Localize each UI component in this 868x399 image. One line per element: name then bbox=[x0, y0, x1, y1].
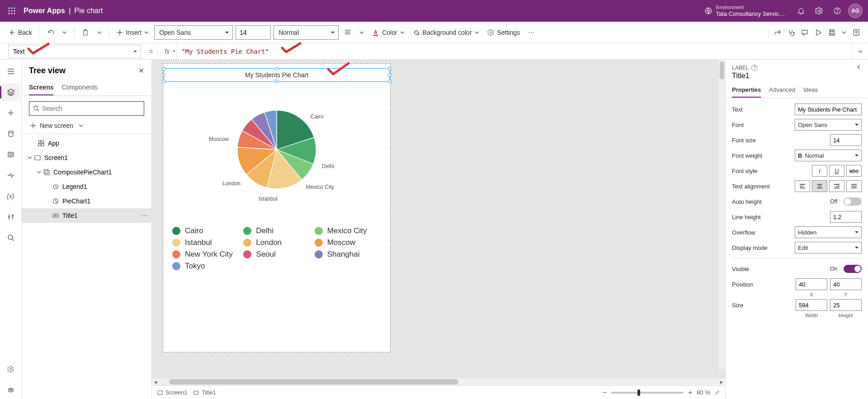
prop-y-input[interactable] bbox=[830, 278, 862, 290]
resize-handle[interactable] bbox=[388, 73, 392, 77]
visible-toggle[interactable] bbox=[844, 265, 862, 273]
fontweight-select[interactable]: Normal bbox=[274, 25, 339, 40]
selected-control[interactable]: My Students Pie Chart bbox=[163, 68, 390, 82]
more-button[interactable]: ⋯ bbox=[525, 25, 538, 40]
paste-dropdown[interactable] bbox=[94, 25, 104, 40]
legend-item[interactable]: London bbox=[243, 238, 310, 247]
legend-item[interactable]: Istanbul bbox=[172, 238, 239, 247]
page-name-label[interactable]: Pie chart bbox=[74, 7, 103, 15]
prop-x-input[interactable] bbox=[796, 278, 827, 290]
user-avatar[interactable]: AG bbox=[846, 2, 864, 20]
tab-advanced[interactable]: Advanced bbox=[769, 84, 795, 98]
breadcrumb-screen[interactable]: Screen1 bbox=[157, 389, 187, 396]
preview-button[interactable] bbox=[812, 25, 825, 40]
resize-handle[interactable] bbox=[162, 67, 165, 70]
insert-button[interactable]: Insert bbox=[114, 25, 151, 40]
legend-item[interactable]: Seoul bbox=[243, 250, 310, 259]
property-selector[interactable]: Text bbox=[8, 45, 141, 58]
tree-item-app[interactable]: App bbox=[22, 136, 151, 150]
checker-button[interactable] bbox=[785, 25, 797, 40]
legend-item[interactable]: Shanghai bbox=[315, 250, 381, 259]
prop-height-input[interactable] bbox=[830, 299, 862, 311]
resize-handle[interactable] bbox=[388, 67, 392, 70]
chevron-down-icon[interactable] bbox=[26, 155, 33, 160]
tree-item-piechart[interactable]: PieChart1 bbox=[22, 194, 151, 208]
settings-icon[interactable] bbox=[810, 2, 828, 20]
breadcrumb-title[interactable]: Title1 bbox=[193, 389, 216, 396]
tree-search[interactable] bbox=[29, 101, 144, 116]
legend-item[interactable]: New York City bbox=[172, 250, 239, 259]
close-panel-button[interactable]: ✕ bbox=[138, 66, 144, 75]
legend-item[interactable]: Delhi bbox=[243, 226, 310, 235]
prop-font-select[interactable]: Open Sans bbox=[795, 119, 862, 131]
tree-item-composite[interactable]: CompositePieChart1 bbox=[22, 165, 151, 179]
prop-fontweight-select[interactable]: BNormal bbox=[795, 150, 862, 161]
fit-button[interactable]: ⤢ bbox=[715, 389, 720, 396]
resize-handle[interactable] bbox=[388, 80, 392, 83]
resize-handle[interactable] bbox=[275, 80, 278, 83]
rail-media[interactable] bbox=[2, 146, 20, 164]
align-button[interactable] bbox=[341, 25, 354, 40]
align-dropdown[interactable] bbox=[357, 25, 367, 40]
bgcolor-button[interactable]: Background color bbox=[410, 25, 482, 40]
formula-input[interactable] bbox=[176, 43, 852, 59]
rail-insert[interactable] bbox=[2, 104, 20, 122]
rail-flows[interactable] bbox=[2, 166, 20, 184]
font-select[interactable]: Open Sans bbox=[154, 25, 233, 40]
align-left-button[interactable] bbox=[795, 180, 810, 192]
prop-text-input[interactable] bbox=[795, 103, 862, 115]
resize-handle[interactable] bbox=[162, 73, 165, 77]
align-right-button[interactable] bbox=[829, 180, 844, 192]
comments-button[interactable] bbox=[798, 25, 811, 40]
rail-variables[interactable]: (x) bbox=[2, 187, 20, 205]
formula-expand-button[interactable] bbox=[852, 43, 868, 59]
info-icon[interactable]: ? bbox=[751, 65, 758, 71]
prop-fontsize-input[interactable] bbox=[830, 134, 862, 146]
undo-button[interactable] bbox=[44, 25, 57, 40]
expand-panel-icon[interactable] bbox=[856, 64, 862, 71]
back-button[interactable]: Back bbox=[5, 25, 35, 40]
scroll-left-icon[interactable]: ◄ bbox=[152, 378, 159, 385]
rail-search[interactable] bbox=[2, 229, 20, 247]
underline-button[interactable]: U bbox=[829, 165, 844, 177]
legend-item[interactable]: Tokyo bbox=[172, 262, 239, 271]
new-screen-button[interactable]: New screen bbox=[22, 119, 151, 132]
save-dropdown[interactable] bbox=[839, 25, 849, 40]
rail-settings[interactable] bbox=[2, 360, 20, 378]
tab-ideas[interactable]: Ideas bbox=[803, 84, 818, 98]
environment-picker[interactable]: Environment Tata Consultancy Servic… bbox=[704, 5, 785, 18]
resize-handle[interactable] bbox=[275, 67, 278, 70]
publish-button[interactable] bbox=[850, 25, 863, 40]
pie-chart[interactable]: CairoDelhiMexico CityIstanbulLondonMosco… bbox=[163, 104, 390, 195]
prop-displaymode-select[interactable]: Edit bbox=[795, 242, 862, 253]
scroll-right-icon[interactable]: ► bbox=[718, 378, 725, 385]
share-button[interactable] bbox=[771, 25, 784, 40]
tree-search-input[interactable] bbox=[42, 105, 140, 112]
align-justify-button[interactable] bbox=[846, 180, 862, 192]
settings-button[interactable]: Settings bbox=[485, 25, 523, 40]
canvas-hscrollbar[interactable]: ◄ ► bbox=[152, 378, 725, 385]
rail-tools[interactable] bbox=[2, 208, 20, 226]
prop-lineheight-input[interactable] bbox=[830, 211, 862, 223]
prop-width-input[interactable] bbox=[796, 299, 827, 311]
paste-button[interactable] bbox=[79, 25, 92, 40]
color-button[interactable]: Color bbox=[369, 25, 407, 40]
canvas-vscrollbar[interactable] bbox=[719, 60, 725, 369]
canvas-screen[interactable]: My Students Pie Chart bbox=[163, 63, 391, 352]
zoom-out-button[interactable]: − bbox=[603, 389, 607, 397]
fontsize-input[interactable] bbox=[236, 25, 271, 40]
rail-data[interactable] bbox=[2, 125, 20, 143]
align-center-button[interactable] bbox=[812, 180, 827, 192]
tree-item-legend[interactable]: Legend1 bbox=[22, 179, 151, 194]
legend-item[interactable]: Mexico City bbox=[315, 226, 381, 235]
notifications-icon[interactable] bbox=[792, 2, 810, 20]
app-launcher-icon[interactable] bbox=[4, 3, 20, 19]
chevron-down-icon[interactable] bbox=[35, 170, 42, 174]
tree-item-screen1[interactable]: Screen1 bbox=[22, 150, 151, 165]
autoheight-toggle[interactable] bbox=[844, 197, 862, 206]
strike-button[interactable]: abc bbox=[846, 165, 862, 177]
help-icon[interactable] bbox=[828, 2, 846, 20]
prop-overflow-select[interactable]: Hidden bbox=[795, 226, 862, 238]
rail-hamburger[interactable] bbox=[2, 62, 20, 80]
italic-button[interactable]: I bbox=[812, 165, 827, 177]
